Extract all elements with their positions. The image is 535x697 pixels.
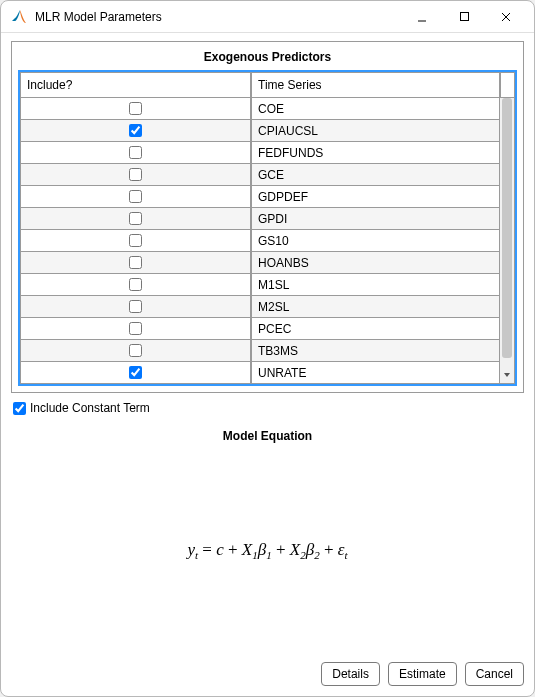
table-row[interactable]: GDPDEF — [20, 186, 500, 208]
include-checkbox[interactable] — [129, 278, 142, 291]
exogenous-predictors-group: Exogenous Predictors Include? Time Serie… — [11, 41, 524, 393]
table-header: Include? Time Series — [20, 72, 515, 98]
table-row[interactable]: HOANBS — [20, 252, 500, 274]
include-checkbox[interactable] — [129, 146, 142, 159]
table-row[interactable]: GCE — [20, 164, 500, 186]
close-button[interactable] — [486, 3, 526, 31]
constant-term-row: Include Constant Term — [11, 393, 524, 419]
minimize-button[interactable] — [402, 3, 442, 31]
include-cell — [20, 274, 251, 296]
table-row[interactable]: M1SL — [20, 274, 500, 296]
table-row[interactable]: UNRATE — [20, 362, 500, 384]
series-cell: M1SL — [251, 274, 500, 296]
series-cell: UNRATE — [251, 362, 500, 384]
table-row[interactable]: FEDFUNDS — [20, 142, 500, 164]
button-row: Details Estimate Cancel — [11, 652, 524, 686]
series-cell: M2SL — [251, 296, 500, 318]
window-controls — [402, 3, 526, 31]
series-cell: PCEC — [251, 318, 500, 340]
include-cell — [20, 164, 251, 186]
model-equation-area: yt = c + X1β1 + X2β2 + εt — [11, 449, 524, 652]
predictors-table: Include? Time Series COECPIAUCSLFEDFUNDS… — [18, 70, 517, 386]
include-checkbox[interactable] — [129, 190, 142, 203]
maximize-button[interactable] — [444, 3, 484, 31]
series-cell: TB3MS — [251, 340, 500, 362]
cancel-button[interactable]: Cancel — [465, 662, 524, 686]
series-cell: COE — [251, 98, 500, 120]
include-checkbox[interactable] — [129, 212, 142, 225]
window-title: MLR Model Parameters — [35, 10, 402, 24]
group-title: Exogenous Predictors — [18, 48, 517, 70]
estimate-button[interactable]: Estimate — [388, 662, 457, 686]
scroll-down-icon[interactable] — [500, 369, 514, 381]
include-checkbox[interactable] — [129, 102, 142, 115]
include-cell — [20, 98, 251, 120]
include-cell — [20, 252, 251, 274]
column-header-series[interactable]: Time Series — [251, 72, 500, 98]
column-header-scroll — [500, 72, 515, 98]
series-cell: GCE — [251, 164, 500, 186]
include-checkbox[interactable] — [129, 366, 142, 379]
matlab-icon — [11, 9, 27, 25]
content-area: Exogenous Predictors Include? Time Serie… — [1, 33, 534, 696]
dialog-window: MLR Model Parameters Exogenous Predictor… — [0, 0, 535, 697]
column-header-include[interactable]: Include? — [20, 72, 251, 98]
series-cell: GS10 — [251, 230, 500, 252]
include-checkbox[interactable] — [129, 124, 142, 137]
include-cell — [20, 340, 251, 362]
include-checkbox[interactable] — [129, 168, 142, 181]
include-cell — [20, 296, 251, 318]
series-cell: HOANBS — [251, 252, 500, 274]
table-row[interactable]: M2SL — [20, 296, 500, 318]
include-cell — [20, 142, 251, 164]
include-constant-label: Include Constant Term — [30, 401, 150, 415]
model-equation: yt = c + X1β1 + X2β2 + εt — [187, 540, 347, 561]
table-row[interactable]: COE — [20, 98, 500, 120]
table-row[interactable]: GPDI — [20, 208, 500, 230]
model-equation-title: Model Equation — [11, 419, 524, 449]
series-cell: GDPDEF — [251, 186, 500, 208]
table-row[interactable]: PCEC — [20, 318, 500, 340]
scrollbar-thumb[interactable] — [502, 98, 512, 358]
table-row[interactable]: CPIAUCSL — [20, 120, 500, 142]
include-checkbox[interactable] — [129, 256, 142, 269]
include-cell — [20, 362, 251, 384]
table-body: COECPIAUCSLFEDFUNDSGCEGDPDEFGPDIGS10HOAN… — [20, 98, 500, 384]
include-cell — [20, 120, 251, 142]
details-button[interactable]: Details — [321, 662, 380, 686]
series-cell: GPDI — [251, 208, 500, 230]
include-cell — [20, 186, 251, 208]
series-cell: CPIAUCSL — [251, 120, 500, 142]
table-row[interactable]: TB3MS — [20, 340, 500, 362]
table-row[interactable]: GS10 — [20, 230, 500, 252]
include-constant-checkbox[interactable] — [13, 402, 26, 415]
include-checkbox[interactable] — [129, 234, 142, 247]
include-cell — [20, 230, 251, 252]
titlebar: MLR Model Parameters — [1, 1, 534, 33]
include-cell — [20, 318, 251, 340]
series-cell: FEDFUNDS — [251, 142, 500, 164]
include-cell — [20, 208, 251, 230]
svg-rect-1 — [460, 13, 468, 21]
include-checkbox[interactable] — [129, 300, 142, 313]
include-checkbox[interactable] — [129, 344, 142, 357]
include-checkbox[interactable] — [129, 322, 142, 335]
scrollbar-track[interactable] — [500, 98, 515, 384]
